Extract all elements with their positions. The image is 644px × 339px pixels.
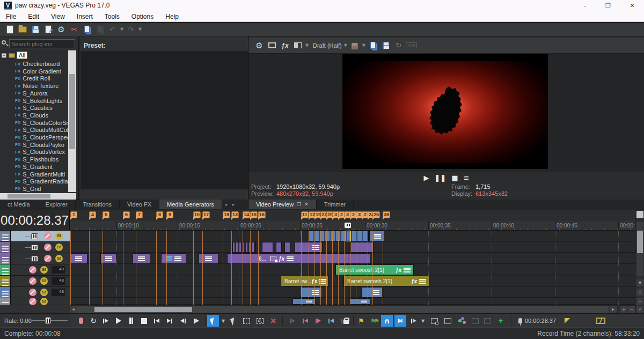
timeline-event[interactable] (369, 231, 384, 241)
timeline-marker-flag[interactable]: 7 (136, 211, 143, 218)
timeline-marker-flag[interactable]: 17 (202, 211, 210, 218)
edit-details-button[interactable] (442, 315, 453, 327)
play-button[interactable] (113, 315, 125, 327)
overlays-button[interactable]: ▦ (348, 39, 361, 52)
ignore-event-grouping-button[interactable] (428, 315, 440, 327)
next-frame-button[interactable] (191, 315, 202, 327)
insert-marker-button[interactable]: ⚑ (355, 315, 367, 327)
plugin-item[interactable]: FXS_Aurora (0, 90, 48, 97)
marker-row[interactable]: 1456789101718131415161112192220323232242… (70, 210, 635, 221)
playhead-head[interactable] (344, 222, 352, 229)
play-from-start-button[interactable] (100, 315, 112, 327)
plugin-item[interactable]: FXS_CloudsVortex (0, 148, 65, 156)
timeline-event[interactable] (133, 253, 150, 264)
preview-play-button[interactable]: ▶ (424, 174, 429, 182)
close-icon[interactable]: ✕ (304, 202, 309, 207)
tab-scroll-left[interactable]: ◂ (222, 200, 230, 209)
auto-ripple-dropdown[interactable]: ▼ (420, 315, 426, 327)
tab-video-fx[interactable]: Video FX (120, 200, 159, 209)
event-menu-icon[interactable] (312, 290, 319, 296)
overlays-dropdown[interactable]: ▼ (361, 43, 367, 48)
scrollbar-track[interactable] (77, 306, 609, 313)
solo-icon[interactable]: S! (40, 298, 48, 305)
event-menu-icon[interactable] (105, 256, 112, 262)
timeline-marker-flag[interactable]: 1 (70, 211, 77, 218)
timeline-marker-flag[interactable]: 16 (258, 211, 266, 218)
timeline-marker-flag[interactable]: 8 (156, 211, 163, 218)
plugin-item[interactable]: FXS_Clouds (0, 112, 48, 119)
time-ruler[interactable]: 00:00:1000:00:1500:00:2000:00:2500:00:30… (70, 221, 635, 231)
timeline-event[interactable] (262, 242, 273, 253)
menu-tools[interactable]: Tools (99, 13, 126, 20)
event-menu-icon[interactable] (138, 256, 145, 262)
mute-icon[interactable] (29, 277, 36, 285)
external-monitor-button[interactable] (266, 39, 279, 52)
timeline-marker-flag[interactable]: 36 (383, 211, 390, 218)
mute-icon[interactable] (29, 298, 36, 305)
timeline-zoom-tool-button[interactable]: ⌕ (636, 306, 643, 313)
timeline-event[interactable] (276, 242, 282, 253)
render-as-button[interactable] (42, 24, 55, 35)
mute-icon[interactable] (44, 244, 52, 251)
menu-options[interactable]: Options (126, 13, 159, 20)
pause-button[interactable] (125, 315, 137, 327)
split-trim-start-button[interactable] (299, 315, 311, 327)
new-project-button[interactable] (3, 24, 16, 35)
timeline-marker-flag[interactable]: 15 (250, 211, 258, 218)
mute-icon[interactable] (29, 289, 36, 296)
float-window-icon[interactable]: ❐ (297, 202, 301, 207)
tab-media-generators[interactable]: Media Generators (159, 200, 222, 209)
plugin-item[interactable]: FXS_Grid (0, 185, 41, 192)
copy-snapshot-button[interactable] (367, 39, 379, 52)
go-to-end-button[interactable] (164, 315, 175, 327)
slip-trim-button[interactable] (325, 315, 337, 327)
scrollbar-thumb[interactable] (94, 307, 192, 312)
menu-edit[interactable]: Edit (22, 13, 45, 20)
plugin-tree-horizontal-scrollbar[interactable] (0, 193, 76, 200)
event-menu-icon[interactable] (372, 290, 379, 296)
search-input[interactable] (9, 39, 75, 48)
plugin-tree-vertical-scrollbar[interactable] (68, 50, 76, 192)
event-menu-icon[interactable] (287, 256, 294, 262)
copy-button[interactable] (80, 24, 93, 35)
solo-icon[interactable]: S! (40, 289, 48, 296)
preview-menu-button[interactable]: ≡ (464, 174, 470, 182)
track-header[interactable]: S!48 (0, 287, 70, 298)
menu-insert[interactable]: Insert (71, 13, 99, 20)
project-properties-button[interactable]: ⚙ (55, 24, 68, 35)
open-project-button[interactable] (16, 24, 29, 35)
split-screen-button[interactable] (291, 39, 304, 52)
timeline-corner-button[interactable] (636, 211, 643, 218)
timeline-vertical-scrollbar[interactable] (636, 222, 643, 276)
event-fx-icon[interactable]: ƒx (411, 278, 417, 284)
track-header[interactable]: S!48 (0, 264, 70, 276)
scrollbar-thumb[interactable] (637, 231, 643, 253)
track-grip[interactable] (0, 242, 11, 253)
stop-button[interactable] (138, 315, 150, 327)
plugin-tree-root[interactable]: −All (0, 51, 27, 59)
scrollbar-thumb[interactable] (8, 194, 50, 198)
plugin-item[interactable]: FXColor Gradient (0, 68, 61, 75)
track-grip[interactable] (0, 298, 11, 305)
timeline-horizontal-scrollbar[interactable]: ◂ ▸ + − ⌕ (70, 306, 635, 313)
delete-button[interactable]: ✕ (267, 315, 279, 327)
preview-pause-button[interactable]: ❚❚ (435, 174, 447, 182)
envelope-indicator[interactable] (595, 315, 606, 327)
auto-ripple-button[interactable] (408, 315, 420, 327)
event-menu-icon[interactable] (312, 245, 319, 250)
track-header[interactable]: S! (0, 298, 70, 305)
timeline-marker-flag[interactable]: 5 (103, 211, 109, 218)
timeline-event[interactable] (309, 231, 369, 241)
timeline-event[interactable]: Barret sw...ƒx (281, 276, 328, 286)
plugin-item[interactable]: FXCredit Roll (0, 75, 50, 82)
track-header[interactable]: S! (0, 231, 70, 242)
rate-slider-handle[interactable] (45, 317, 51, 324)
timeline-event[interactable] (292, 298, 315, 305)
scroll-right-button[interactable]: ▸ (610, 306, 617, 313)
event-menu-icon[interactable] (205, 256, 212, 262)
zoom-edit-tool-button[interactable] (254, 315, 266, 327)
solo-icon[interactable]: S! (40, 266, 48, 274)
playhead-line[interactable] (348, 231, 348, 305)
timeline-marker-flag[interactable]: 25 (372, 211, 380, 218)
timeline-event[interactable] (232, 242, 256, 253)
